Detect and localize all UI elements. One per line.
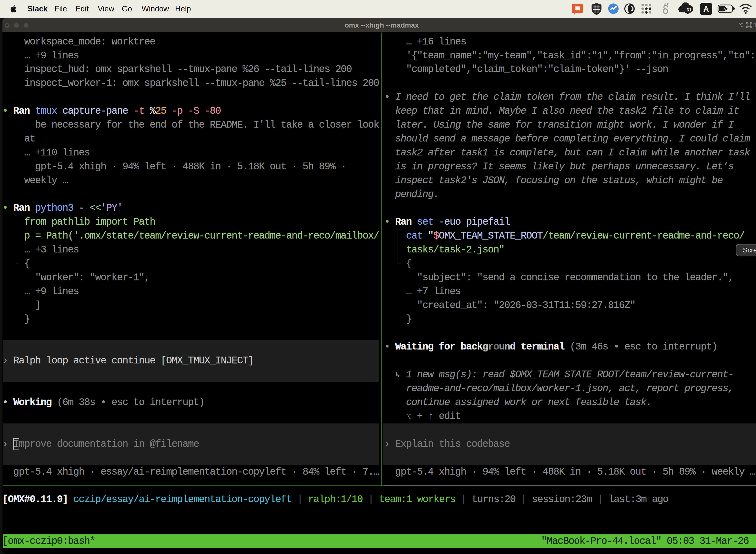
svg-text:A: A <box>703 5 709 13</box>
svg-text:..61: ..61 <box>684 7 692 12</box>
